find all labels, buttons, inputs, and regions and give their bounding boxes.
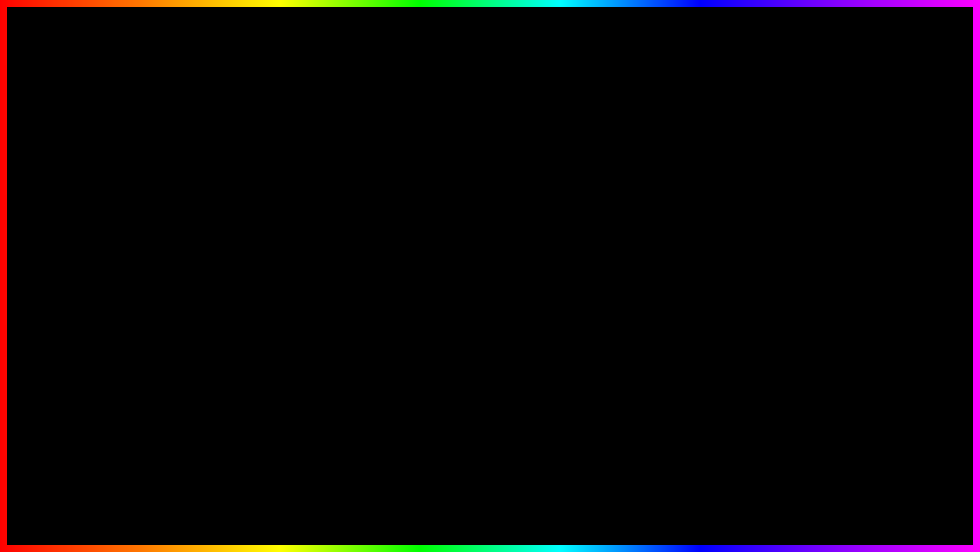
sidebar-dot-status-sever: [267, 236, 272, 241]
sidebar-item-sky[interactable]: 👤 Sky: [261, 293, 334, 313]
svg-point-50: [891, 470, 894, 473]
title-container: BLOX FRUITS: [0, 10, 980, 115]
sidebar-label-sky: Sky: [283, 300, 294, 307]
svg-rect-16: [774, 157, 805, 168]
svg-marker-19: [163, 400, 193, 450]
feature-label-auto-farm: Auto Farm: [421, 239, 452, 247]
svg-point-56: [894, 460, 899, 465]
feature-row-auto-farm-bf: Auto Farm BF Mastery: [416, 289, 613, 307]
window-front-body: Welcome General Settings Items Raid Loca…: [336, 203, 619, 334]
feature-label-auto-farm-gun: Auto Farm Gun Mastery: [421, 314, 492, 321]
feature-row-auto-farm-gun: Auto Farm Gun Mastery: [416, 309, 613, 326]
bf-logo-icon: [863, 454, 929, 500]
window-back-title: Goblin Hub: [268, 149, 309, 157]
sidebar-label-status-sever: Status Sever: [276, 234, 313, 242]
sidebar-item-general[interactable]: General: [336, 223, 409, 239]
feature-row-mastery-menu: Mastery Menu Click To Box to Start Farm …: [416, 265, 613, 287]
bf-corner-fruits-row: FRUITS: [863, 519, 929, 537]
sidebar-dot-settings: [342, 244, 347, 249]
checkbox-auto-farm[interactable]: [598, 238, 608, 247]
sidebar-item-raid[interactable]: Raid: [261, 183, 334, 199]
svg-rect-52: [892, 480, 895, 483]
sidebar-label-general: General: [352, 227, 376, 235]
section-mastery-label: Mastery Menu: [416, 253, 613, 265]
svg-marker-28: [135, 253, 157, 284]
svg-rect-53: [896, 480, 898, 483]
sidebar-item-world-teleport[interactable]: World Teleport: [261, 214, 334, 230]
window-back-close[interactable]: ✕: [529, 149, 540, 157]
sidebar-label-local-players: Local Players: [276, 203, 315, 210]
bf-corner-blox: BLOX: [863, 502, 909, 519]
window-front-close[interactable]: ✕: [600, 189, 612, 198]
sidebar-dot-raid: [267, 188, 272, 193]
checkbox-auto-farm-gun[interactable]: [598, 313, 608, 322]
bf-corner-text-row: BLOX: [863, 502, 929, 519]
sidebar-dot-world-teleport: [267, 220, 272, 225]
sidebar-dot-shop: [267, 283, 272, 288]
sidebar-dot-welcome: [342, 213, 347, 218]
sidebar-label-front-raid: Raid: [352, 274, 365, 282]
svg-point-11: [816, 138, 824, 146]
feature-desc-mastery-menu: Click To Box to Start Farm Mastery: [421, 277, 508, 283]
svg-marker-29: [66, 188, 99, 206]
feature-desc-main-farm: Click to Box to Farm, I ready update new…: [421, 222, 550, 228]
title-fruits: FRUITS: [466, 10, 781, 115]
checkbox-auto-race[interactable]: [527, 173, 536, 182]
update-number: 20: [235, 469, 286, 522]
window-back-controls: — ✕: [514, 149, 540, 157]
sidebar-label-settings: Settings: [352, 243, 375, 250]
sidebar-item-status-sever[interactable]: Status Sever: [261, 230, 334, 246]
sidebar-item-welcome[interactable]: Welcome: [336, 207, 409, 223]
sidebar-label-devil-fruit: Devil Fruit: [276, 250, 306, 257]
svg-marker-18: [127, 369, 168, 450]
sidebar-item-esp[interactable]: ESP: [261, 167, 334, 183]
sidebar-label-front-local-players: Local Players: [352, 290, 391, 298]
feature-row-main-farm: Main Farm Click to Box to Farm, I ready …: [416, 209, 613, 232]
sidebar-dot-devil-fruit: [267, 251, 272, 256]
devil-fruit-logo: [41, 163, 183, 305]
update-label: UPDATE: [41, 469, 225, 522]
script-label: SCRIPT: [296, 469, 464, 522]
window-back-minimize[interactable]: —: [514, 149, 525, 157]
sidebar-dot-race-v4: [267, 267, 272, 272]
window-front-controls: — ✕: [585, 189, 612, 198]
window-back-titlebar: Goblin Hub — ✕: [261, 144, 547, 163]
sidebar-item-devil-fruit[interactable]: Devil Fruit: [261, 246, 334, 262]
sidebar-item-local-players[interactable]: Local Players: [261, 199, 334, 214]
sidebar-item-front-local-players[interactable]: Local Players: [336, 286, 409, 302]
sidebar-item-shop[interactable]: Shop: [261, 277, 334, 293]
bottom-text: UPDATE 20 SCRIPT PASTEBIN: [41, 469, 702, 522]
pastebin-label: PASTEBIN: [474, 469, 702, 522]
title-blox: BLOX: [199, 10, 443, 115]
sidebar-item-front-raid[interactable]: Raid: [336, 270, 409, 286]
sidebar-dot-front-local-players: [342, 291, 347, 297]
feature-label-auto-race: Auto Race(V1 - V2 - V3): [345, 174, 417, 182]
sidebar-dot-items: [342, 260, 347, 265]
feature-label-mastery-menu: Mastery Menu: [421, 269, 463, 276]
feature-row-auto-farm: Auto Farm: [416, 234, 613, 251]
sidebar-dot-front-raid: [342, 276, 347, 281]
sidebar-item-settings[interactable]: Settings: [336, 239, 409, 254]
sidebar-avatar-sky: 👤: [267, 297, 279, 309]
sidebar-dot-general: [342, 229, 347, 234]
window-front-titlebar: Goblin Hub — ✕: [336, 184, 619, 203]
svg-point-35: [106, 235, 111, 241]
sidebar-dot-esp: [267, 173, 272, 178]
sidebar-label-raid: Raid: [276, 187, 290, 194]
checkbox-auto-farm-bf[interactable]: [598, 294, 608, 303]
bf-corner-fruits: FRUITS: [866, 519, 927, 536]
window-front-minimize[interactable]: —: [585, 189, 596, 198]
sidebar-item-race-v4[interactable]: Race V4: [261, 262, 334, 277]
sidebar-label-esp: ESP: [276, 171, 289, 179]
window-front: Goblin Hub — ✕ Welcome General Settings …: [335, 183, 620, 335]
svg-marker-26: [130, 188, 163, 206]
sidebar-dot-local-players: [267, 204, 272, 209]
feature-label-auto-farm-bf: Auto Farm BF Mastery: [421, 295, 488, 302]
svg-point-51: [898, 470, 901, 473]
sidebar-item-items[interactable]: Items: [336, 254, 409, 270]
window-back-sidebar: ESP Raid Local Players World Teleport St…: [261, 163, 334, 317]
bf-logo-corner: BLOX FRUITS: [863, 454, 929, 537]
sidebar-label-race-v4: Race V4: [276, 266, 302, 273]
sidebar-label-items: Items: [352, 258, 368, 266]
svg-marker-25: [104, 168, 119, 198]
